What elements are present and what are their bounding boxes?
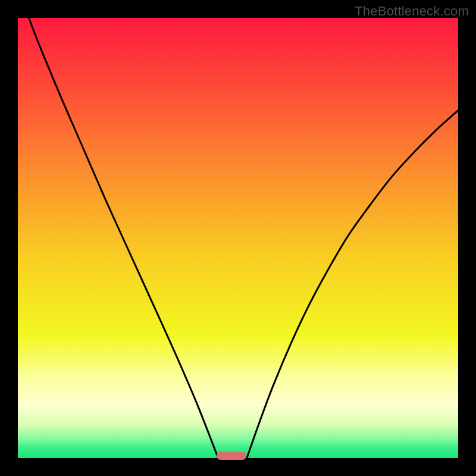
chart-background — [18, 18, 458, 458]
bottleneck-marker — [217, 452, 246, 460]
chart-frame — [18, 18, 458, 458]
watermark-text: TheBottleneck.com — [355, 4, 469, 19]
bottleneck-chart — [18, 18, 458, 458]
